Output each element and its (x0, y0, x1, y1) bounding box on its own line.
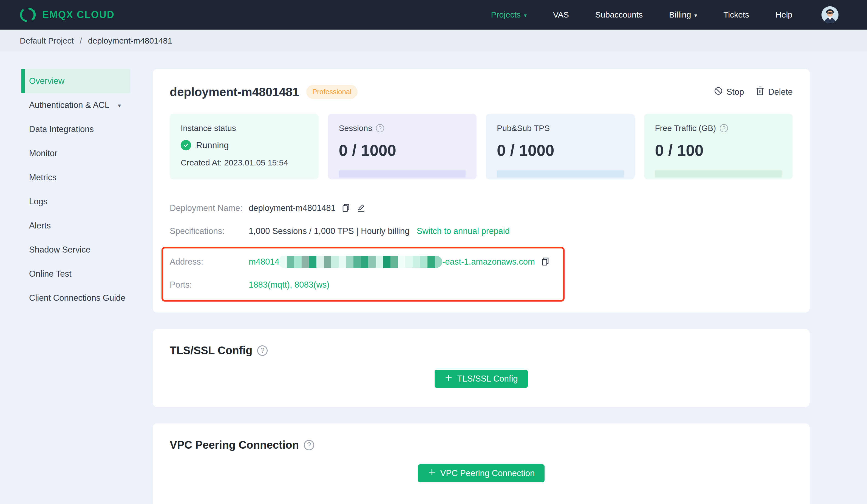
stat-card-sessions: Sessions ? 0 / 1000 (328, 114, 477, 179)
deployment-overview-card: deployment-m4801481 Professional Stop (153, 69, 810, 313)
specifications-value: 1,000 Sessions / 1,000 TPS | Hourly bill… (249, 226, 409, 236)
sessions-value: 0 / 1000 (339, 141, 466, 160)
sidebar-item-overview[interactable]: Overview (21, 69, 130, 93)
breadcrumb-separator: / (80, 36, 82, 45)
tls-section-title: TLS/SSL Config (170, 344, 252, 357)
user-avatar[interactable] (822, 6, 838, 23)
copy-deployment-name-button[interactable] (342, 203, 351, 213)
tps-progress-bar (497, 171, 624, 177)
tps-value: 0 / 1000 (497, 141, 624, 160)
trash-icon (756, 86, 764, 98)
deployment-info: Deployment Name: deployment-m4801481 (170, 201, 793, 302)
nav-item-help[interactable]: Help (775, 10, 792, 20)
nav-item-billing[interactable]: Billing▾ (669, 10, 697, 20)
emqx-cloud-page: EMQX CLOUD Projects▾ VAS Subaccounts Bil… (0, 0, 867, 504)
copy-address-button[interactable] (541, 257, 550, 267)
stat-card-free-traffic: Free Traffic (GB) ? 0 / 100 (644, 114, 793, 179)
address-label: Address: (170, 257, 249, 267)
sidebar-item-authentication-acl[interactable]: Authentication & ACL ▾ (21, 93, 130, 117)
copy-icon (342, 203, 351, 213)
sidebar-item-data-integrations[interactable]: Data Integrations (21, 117, 130, 141)
deployment-name-value: deployment-m4801481 (249, 203, 335, 213)
delete-button[interactable]: Delete (756, 86, 793, 98)
traffic-value: 0 / 100 (655, 141, 782, 160)
traffic-title: Free Traffic (GB) (655, 123, 716, 133)
instance-status-value: Running (196, 140, 229, 150)
sidebar-item-online-test[interactable]: Online Test (21, 262, 130, 286)
sessions-help-icon[interactable]: ? (376, 124, 384, 132)
caret-down-icon: ▾ (118, 103, 121, 109)
breadcrumb: Default Project / deployment-m4801481 (0, 30, 867, 52)
tps-title: Pub&Sub TPS (497, 123, 550, 133)
specifications-label: Specifications: (170, 226, 249, 236)
add-vpc-peering-button[interactable]: VPC Peering Connection (418, 464, 545, 482)
top-navbar: EMQX CLOUD Projects▾ VAS Subaccounts Bil… (0, 0, 867, 30)
sessions-title: Sessions (339, 123, 372, 133)
top-nav-items: Projects▾ VAS Subaccounts Billing▾ Ticke… (491, 6, 838, 23)
deployment-title: deployment-m4801481 (170, 85, 299, 99)
plan-badge: Professional (306, 85, 357, 99)
add-tls-ssl-config-button[interactable]: TLS/SSL Config (435, 370, 527, 388)
sidebar-item-alerts[interactable]: Alerts (21, 213, 130, 238)
caret-down-icon: ▾ (524, 13, 527, 18)
switch-annual-prepaid-link[interactable]: Switch to annual prepaid (417, 226, 510, 236)
stop-icon (714, 87, 723, 98)
ports-value: 1883(mqtt), 8083(ws) (249, 280, 330, 290)
address-suffix: -east-1.amazonaws.com (442, 257, 535, 267)
edit-deployment-name-button[interactable] (356, 203, 366, 213)
specifications-row: Specifications: 1,000 Sessions / 1,000 T… (170, 224, 793, 239)
nav-item-vas[interactable]: VAS (553, 10, 569, 20)
stat-cards: Instance status Running Created At: 2023… (170, 114, 793, 179)
vpc-help-icon[interactable]: ? (304, 440, 314, 450)
sidebar-item-logs[interactable]: Logs (21, 189, 130, 213)
pencil-icon (356, 203, 366, 213)
sidebar-item-metrics[interactable]: Metrics (21, 165, 130, 189)
tls-ssl-config-card: TLS/SSL Config ? TLS/SSL Config (153, 329, 810, 407)
vpc-section-title: VPC Peering Connection (170, 439, 299, 451)
nav-item-tickets[interactable]: Tickets (723, 10, 749, 20)
ports-label: Ports: (170, 280, 249, 290)
deployment-name-label: Deployment Name: (170, 203, 249, 213)
stat-card-pubsub-tps: Pub&Sub TPS 0 / 1000 (486, 114, 635, 179)
address-prefix: m48014 (249, 257, 279, 267)
traffic-help-icon[interactable]: ? (720, 124, 728, 132)
main-content: deployment-m4801481 Professional Stop (153, 52, 810, 504)
sidebar-item-client-connections-guide[interactable]: Client Connections Guide (21, 286, 130, 310)
nav-item-subaccounts[interactable]: Subaccounts (595, 10, 643, 20)
breadcrumb-current: deployment-m4801481 (88, 36, 172, 45)
emqx-logo-icon (19, 6, 36, 23)
sidebar-item-shadow-service[interactable]: Shadow Service (21, 238, 130, 262)
address-ports-highlight-box: Address: m48014 -east-1.amazonaws.com (161, 247, 565, 302)
deployment-name-row: Deployment Name: deployment-m4801481 (170, 201, 793, 216)
sidebar-item-monitor[interactable]: Monitor (21, 141, 130, 165)
plus-icon (428, 468, 436, 479)
ports-row: Ports: 1883(mqtt), 8083(ws) (170, 277, 556, 292)
stat-card-instance-status: Instance status Running Created At: 2023… (170, 114, 319, 179)
instance-created-at: Created At: 2023.01.05 15:54 (181, 158, 308, 167)
copy-icon (541, 257, 550, 267)
sessions-progress-bar (339, 171, 466, 177)
nav-item-projects[interactable]: Projects▾ (491, 10, 527, 20)
vpc-peering-card: VPC Peering Connection ? VPC Peering Con… (153, 424, 810, 504)
emqx-logo[interactable]: EMQX CLOUD (19, 6, 115, 23)
traffic-progress-bar (655, 171, 782, 177)
instance-status-title: Instance status (181, 123, 308, 133)
brand-name: EMQX CLOUD (42, 9, 115, 21)
address-row: Address: m48014 -east-1.amazonaws.com (170, 254, 556, 269)
caret-down-icon: ▾ (694, 13, 697, 18)
running-check-icon (181, 140, 191, 150)
breadcrumb-project[interactable]: Default Project (20, 36, 74, 45)
address-redacted (279, 256, 442, 268)
tls-help-icon[interactable]: ? (257, 346, 268, 356)
stop-button[interactable]: Stop (714, 87, 744, 98)
sidebar: Overview Authentication & ACL ▾ Data Int… (0, 52, 130, 310)
plus-icon (445, 374, 453, 384)
